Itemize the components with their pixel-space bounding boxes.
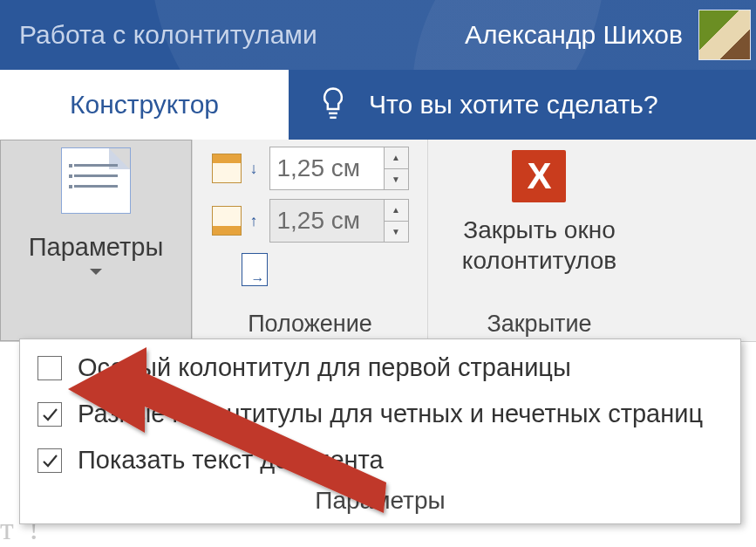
group-position: ↓ ▲ ▼ ↑ ▲ ▼ — [192, 140, 427, 341]
group-parameters[interactable]: Параметры — [0, 140, 192, 341]
option-label: Особый колонтитул для первой страницы — [78, 353, 571, 382]
tell-me-placeholder: Что вы хотите сделать? — [369, 90, 658, 120]
lightbulb-icon — [318, 84, 348, 126]
popup-title: Параметры — [20, 480, 740, 523]
arrow-down-icon: ↓ — [250, 160, 261, 178]
option-label: Разные колонтитулы для четных и нечетных… — [78, 400, 703, 428]
close-icon: X — [512, 150, 566, 202]
close-button-label-line2: колонтитулов — [462, 245, 616, 276]
header-from-top-icon — [212, 154, 242, 183]
group-close: X Закрыть окно колонтитулов Закрытие — [427, 140, 650, 341]
tell-me-search[interactable]: Что вы хотите сделать? — [289, 70, 756, 140]
account-username[interactable]: Александр Шихов — [465, 20, 683, 50]
checkbox-checked[interactable] — [37, 402, 62, 427]
parameters-icon — [61, 147, 131, 214]
group-close-label: Закрытие — [487, 305, 591, 341]
spinner-down[interactable]: ▼ — [385, 222, 408, 243]
group-position-label: Положение — [248, 305, 372, 341]
spinner-up[interactable]: ▲ — [385, 200, 408, 222]
header-from-top-input[interactable] — [270, 147, 384, 189]
insert-alignment-tab-button[interactable] — [242, 253, 268, 286]
chevron-down-icon — [90, 269, 102, 275]
option-show-document-text[interactable]: Показать текст документа — [37, 446, 723, 475]
close-header-footer-button[interactable]: X Закрыть окно колонтитулов — [462, 150, 616, 276]
parameters-button-label: Параметры — [29, 233, 164, 262]
option-different-odd-even[interactable]: Разные колонтитулы для четных и нечетных… — [37, 400, 723, 428]
footer-from-bottom-input[interactable] — [270, 200, 384, 242]
option-label: Показать текст документа — [78, 446, 384, 475]
close-button-label-line1: Закрыть окно — [462, 215, 616, 245]
footer-from-bottom-spinner[interactable]: ▲ ▼ — [269, 199, 409, 243]
checkbox-checked[interactable] — [37, 448, 62, 473]
spinner-up[interactable]: ▲ — [385, 147, 408, 169]
context-tab-title: Работа с колонтитулами — [5, 20, 317, 50]
tab-design[interactable]: Конструктор — [0, 70, 289, 140]
option-different-first-page[interactable]: Особый колонтитул для первой страницы — [37, 353, 723, 382]
arrow-up-icon: ↑ — [250, 212, 261, 230]
parameters-dropdown: Особый колонтитул для первой страницы Ра… — [19, 338, 741, 524]
spinner-down[interactable]: ▼ — [385, 169, 408, 190]
avatar[interactable] — [698, 10, 751, 60]
footer-from-bottom-icon — [212, 206, 242, 236]
checkbox[interactable] — [37, 356, 62, 380]
header-from-top-spinner[interactable]: ▲ ▼ — [269, 147, 409, 190]
